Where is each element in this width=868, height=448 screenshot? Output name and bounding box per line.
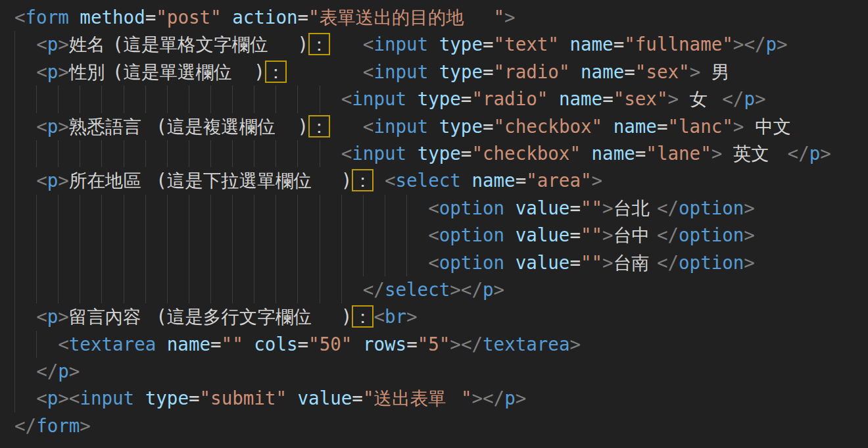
token-pln: = <box>210 334 222 355</box>
code-line: <option value="">台南</option> <box>14 249 868 276</box>
token-tag: form <box>36 415 80 436</box>
token-brk: </ <box>657 197 679 218</box>
token-pln: = <box>406 334 418 355</box>
token-brk: < <box>36 34 47 55</box>
token-tag: br <box>385 306 406 327</box>
token-str: " <box>494 7 505 28</box>
token-pln: = <box>602 88 614 109</box>
token-brk: > <box>690 61 701 82</box>
code-line: <p>所在地區(這是下拉選單欄位)： <select name="area"> <box>14 167 868 194</box>
code-area: <form method="post" action="表單送出的目的地"> <… <box>14 4 868 439</box>
token-pln <box>287 387 298 409</box>
token-txtcjk: 台北 <box>614 195 657 222</box>
spacing <box>330 116 363 137</box>
token-pln: = <box>569 252 581 273</box>
token-brk: > <box>744 252 755 273</box>
token-txt <box>722 143 733 164</box>
token-str: "lane" <box>646 143 711 164</box>
token-txt: ( <box>156 306 167 327</box>
code-line: <p>留言內容(這是多行文字欄位)：<br> <box>14 303 868 330</box>
token-str: "sex" <box>614 88 668 109</box>
token-brk: > <box>58 34 69 55</box>
token-txtcjk: 台南 <box>614 249 657 276</box>
token-str: "50" <box>308 334 352 355</box>
token-pln <box>406 143 418 164</box>
token-brk: </ <box>657 252 679 273</box>
token-pln <box>504 252 516 273</box>
token-brk: > <box>733 116 744 137</box>
token-brk: < <box>58 334 69 355</box>
token-brk: < <box>36 306 47 327</box>
token-tag: select <box>396 170 461 191</box>
token-txt <box>777 143 788 164</box>
unicode-highlight-box: ： <box>265 61 287 83</box>
token-attr: type <box>439 116 483 137</box>
token-pln <box>406 88 418 109</box>
token-str: " <box>363 387 374 409</box>
token-brk: < <box>363 34 374 55</box>
token-brk: < <box>385 170 396 191</box>
indent-whitespace <box>14 195 428 222</box>
indent-whitespace <box>14 222 428 249</box>
token-attr: action <box>232 7 297 28</box>
token-brk: > <box>711 143 723 164</box>
token-txt: ) <box>297 116 308 137</box>
code-editor[interactable]: <form method="post" action="表單送出的目的地"> <… <box>0 0 868 448</box>
token-attr: type <box>418 88 461 109</box>
code-line: <input type="checkbox" name="lane"> 英文 <… <box>14 140 868 167</box>
token-brk: < <box>363 116 374 137</box>
indent-whitespace <box>14 331 58 358</box>
token-brk: </ <box>36 361 58 382</box>
token-attr: type <box>439 61 483 82</box>
unicode-highlight-box: ： <box>308 115 330 137</box>
token-tag: p <box>744 88 755 109</box>
token-str: "5" <box>418 334 450 355</box>
token-pln <box>559 34 570 55</box>
token-txt: ) <box>254 61 265 82</box>
token-pln: = <box>569 197 581 218</box>
token-tag: form <box>26 7 69 28</box>
token-str: "text" <box>494 34 559 55</box>
token-brk: > <box>602 197 614 218</box>
token-tag: p <box>47 387 59 409</box>
token-pln <box>69 7 80 28</box>
token-txt: ( <box>156 170 167 191</box>
token-str: "lanc" <box>667 116 733 137</box>
code-line: <p>性別(這是單選欄位)： <input type="radio" name=… <box>14 59 868 86</box>
token-tag: textarea <box>69 334 156 355</box>
unicode-highlight-box: ： <box>352 169 374 191</box>
token-attr: type <box>145 387 189 409</box>
token-pln <box>504 197 516 218</box>
code-line: <option value="">台中</option> <box>14 222 868 249</box>
token-tag: input <box>374 116 428 137</box>
token-brk: > <box>592 170 603 191</box>
token-txtcjk: 中文 <box>755 113 798 140</box>
token-brk: > <box>777 34 788 55</box>
token-pln: = <box>657 116 668 137</box>
token-pln: = <box>461 88 472 109</box>
code-line: </form> <box>14 412 868 439</box>
token-attr: method <box>80 7 145 28</box>
token-str: "" <box>222 334 243 355</box>
token-strcjk: 送出表單 <box>374 385 460 412</box>
spacing <box>287 61 363 82</box>
indent-whitespace <box>14 276 363 303</box>
indent-whitespace <box>14 59 36 86</box>
token-brk: < <box>428 252 439 273</box>
token-str: " <box>308 7 320 28</box>
token-pln <box>581 143 592 164</box>
token-attr: name <box>592 143 635 164</box>
token-brk: < <box>363 61 374 82</box>
token-brk: < <box>14 7 26 28</box>
code-line: <textarea name="" cols="50" rows="5"></t… <box>14 331 868 358</box>
token-brk: > <box>602 252 614 273</box>
token-tag: p <box>766 34 777 55</box>
indent-whitespace <box>14 31 36 58</box>
token-tag: option <box>439 197 504 218</box>
token-brk: > <box>504 7 516 28</box>
token-pln: = <box>483 34 494 55</box>
token-pln: = <box>483 116 494 137</box>
token-brk: > <box>755 88 766 109</box>
token-brk: ></ <box>733 34 766 55</box>
token-pln: = <box>189 387 200 409</box>
